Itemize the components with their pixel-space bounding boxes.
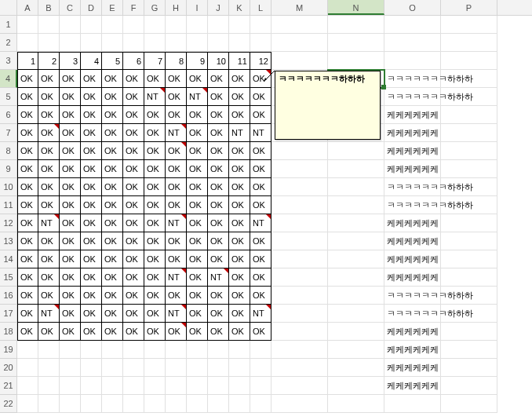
cell-L15[interactable]: OK (250, 268, 271, 287)
cell-M13[interactable] (271, 232, 328, 250)
cell-N16[interactable] (328, 287, 384, 305)
cell-C1[interactable] (60, 16, 81, 34)
cell-K5[interactable]: OK (229, 88, 250, 106)
cell-J4[interactable]: OK (208, 70, 229, 88)
cell-J3[interactable]: 10 (208, 52, 229, 70)
cell-F18[interactable]: OK (123, 323, 144, 341)
cell-N9[interactable] (328, 160, 384, 178)
cell-I3[interactable]: 9 (187, 52, 208, 70)
cell-M11[interactable] (271, 196, 328, 214)
cell-N14[interactable] (328, 250, 384, 268)
cell-N13[interactable] (328, 232, 384, 250)
cell-C4[interactable]: OK (60, 70, 81, 88)
cell-P21[interactable] (441, 377, 497, 395)
cell-G6[interactable]: OK (144, 106, 166, 124)
cell-I13[interactable]: OK (187, 232, 208, 250)
cell-G4[interactable]: OK (144, 70, 166, 88)
cell-J5[interactable]: OK (208, 88, 229, 106)
cell-C15[interactable]: OK (60, 268, 81, 287)
cell-A16[interactable]: OK (17, 287, 38, 305)
cell-O21[interactable]: 케케케케케케 (384, 377, 441, 395)
cell-C5[interactable]: OK (60, 88, 81, 106)
cell-I9[interactable]: OK (187, 160, 208, 178)
cell-E3[interactable]: 5 (102, 52, 123, 70)
cell-J16[interactable]: OK (208, 287, 229, 305)
cell-N8[interactable] (328, 142, 384, 160)
cell-E14[interactable]: OK (102, 250, 123, 268)
cell-K21[interactable] (229, 377, 250, 395)
cell-B20[interactable] (38, 359, 60, 377)
cell-B21[interactable] (38, 377, 60, 395)
cell-F8[interactable]: OK (123, 142, 144, 160)
col-header-E[interactable]: E (102, 0, 123, 15)
cell-F4[interactable]: OK (123, 70, 144, 88)
cell-B4[interactable]: OK (38, 70, 60, 88)
cell-E17[interactable]: OK (102, 305, 123, 323)
cell-D13[interactable]: OK (81, 232, 102, 250)
cell-G17[interactable]: OK (144, 305, 166, 323)
cell-G7[interactable]: OK (144, 124, 166, 142)
cell-A13[interactable]: OK (17, 232, 38, 250)
cell-C9[interactable]: OK (60, 160, 81, 178)
cell-O20[interactable]: 케케케케케케 (384, 359, 441, 377)
cell-C8[interactable]: OK (60, 142, 81, 160)
cell-D1[interactable] (81, 16, 102, 34)
cell-G1[interactable] (144, 16, 166, 34)
cell-A20[interactable] (17, 359, 38, 377)
cell-J7[interactable]: OK (208, 124, 229, 142)
cell-D7[interactable]: OK (81, 124, 102, 142)
cell-N12[interactable] (328, 214, 384, 232)
cell-P9[interactable] (441, 160, 497, 178)
cell-H4[interactable]: OK (166, 70, 187, 88)
cell-K10[interactable]: OK (229, 178, 250, 196)
cell-H5[interactable]: OK (166, 88, 187, 106)
cell-I8[interactable]: OK (187, 142, 208, 160)
cell-D20[interactable] (81, 359, 102, 377)
cell-L5[interactable]: OK (250, 88, 271, 106)
cell-D18[interactable]: OK (81, 323, 102, 341)
cell-E19[interactable] (102, 341, 123, 359)
cell-C18[interactable]: OK (60, 323, 81, 341)
cell-B2[interactable] (38, 34, 60, 52)
cell-H13[interactable]: OK (166, 232, 187, 250)
cell-B12[interactable]: NT (38, 214, 60, 232)
cell-K14[interactable]: OK (229, 250, 250, 268)
cell-D16[interactable]: OK (81, 287, 102, 305)
cell-K12[interactable]: OK (229, 214, 250, 232)
cell-J22[interactable] (208, 395, 229, 413)
row-header-20[interactable]: 20 (0, 359, 17, 377)
grid-body[interactable]: 1231234567891011124OKOKOKOKOKOKOKOKOKOKO… (0, 16, 532, 413)
cell-A9[interactable]: OK (17, 160, 38, 178)
col-header-D[interactable]: D (81, 0, 102, 15)
cell-M16[interactable] (271, 287, 328, 305)
cell-G2[interactable] (144, 34, 166, 52)
cell-J21[interactable] (208, 377, 229, 395)
cell-F14[interactable]: OK (123, 250, 144, 268)
cell-D9[interactable]: OK (81, 160, 102, 178)
cell-C6[interactable]: OK (60, 106, 81, 124)
cell-N21[interactable] (328, 377, 384, 395)
cell-I20[interactable] (187, 359, 208, 377)
cell-B6[interactable]: OK (38, 106, 60, 124)
cell-A11[interactable]: OK (17, 196, 38, 214)
cell-B19[interactable] (38, 341, 60, 359)
cell-O10[interactable]: ㅋㅋㅋㅋㅋㅋㅋ하하하 (384, 178, 441, 196)
cell-N17[interactable] (328, 305, 384, 323)
cell-B15[interactable]: OK (38, 268, 60, 287)
cell-I15[interactable]: OK (187, 268, 208, 287)
cell-H20[interactable] (166, 359, 187, 377)
cell-I18[interactable]: OK (187, 323, 208, 341)
cell-B10[interactable]: OK (38, 178, 60, 196)
cell-P13[interactable] (441, 232, 497, 250)
col-header-H[interactable]: H (166, 0, 187, 15)
cell-J18[interactable]: OK (208, 323, 229, 341)
row-header-6[interactable]: 6 (0, 106, 17, 124)
cell-M10[interactable] (271, 178, 328, 196)
cell-A6[interactable]: OK (17, 106, 38, 124)
cell-H21[interactable] (166, 377, 187, 395)
cell-H14[interactable]: OK (166, 250, 187, 268)
cell-O6[interactable]: 케케케케케케 (384, 106, 441, 124)
cell-F13[interactable]: OK (123, 232, 144, 250)
cell-I19[interactable] (187, 341, 208, 359)
cell-G18[interactable]: OK (144, 323, 166, 341)
